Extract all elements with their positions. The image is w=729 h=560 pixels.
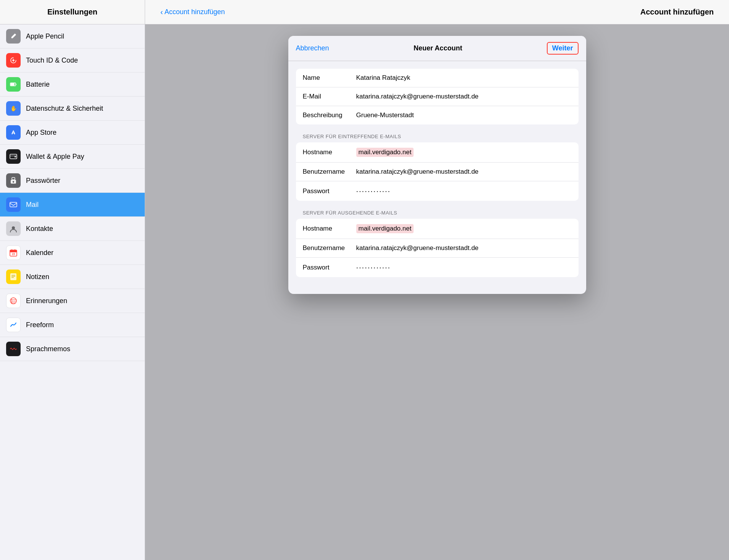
cancel-button[interactable]: Abbrechen (296, 44, 329, 52)
modal-overlay: Abbrechen Neuer Account Weiter Name Kata… (145, 24, 729, 560)
right-pane: Abbrechen Neuer Account Weiter Name Kata… (145, 24, 729, 560)
modal-title: Neuer Account (414, 44, 462, 52)
sidebar-item-label: Erinnerungen (26, 297, 67, 305)
svg-point-32 (11, 302, 13, 303)
sidebar-item-reminders[interactable]: Erinnerungen (0, 289, 145, 313)
calendar-icon: 15 (6, 245, 21, 260)
passwords-icon (6, 173, 21, 188)
svg-rect-13 (15, 156, 16, 158)
nav-right-panel: ‹ Account hinzufügen Account hinzufügen (145, 8, 729, 16)
sidebar-item-battery[interactable]: Batterie (0, 73, 145, 97)
freeform-icon (6, 318, 21, 332)
incoming-section-header: SERVER FÜR EINTREFFENDE E-MAILS (296, 134, 579, 142)
notes-icon (6, 270, 21, 284)
sidebar-item-label: Mail (26, 201, 39, 209)
incoming-hostname-label: Hostname (303, 148, 356, 156)
name-row: Name Katarina Ratajczyk (296, 69, 579, 87)
description-row: Beschreibung Gruene-Musterstadt (296, 106, 579, 124)
description-value: Gruene-Musterstadt (356, 111, 572, 119)
sidebar-item-label: Sprachmemos (26, 345, 70, 353)
modal-body: Name Katarina Ratajczyk E-Mail katarina.… (288, 61, 586, 294)
name-value: Katarina Ratajczyk (356, 74, 572, 82)
sidebar-item-wallet[interactable]: Wallet & Apple Pay (0, 145, 145, 169)
svg-rect-5 (11, 83, 15, 86)
email-row: E-Mail katarina.ratajczyk@gruene-musters… (296, 87, 579, 106)
privacy-icon: ✋ (6, 101, 21, 116)
main-content: Apple Pencil Touch ID & Code (0, 24, 729, 560)
sidebar-item-label: Passwörter (26, 177, 60, 185)
outgoing-username-label: Benutzername (303, 244, 356, 252)
description-label: Beschreibung (303, 111, 356, 119)
back-label: Account hinzufügen (165, 8, 225, 16)
touch-id-icon (6, 53, 21, 68)
outgoing-username-row: Benutzername katarina.ratajczyk@gruene-m… (296, 239, 579, 258)
mail-icon (6, 197, 21, 212)
nav-left-panel: Einstellungen (0, 0, 145, 24)
sidebar-item-contacts[interactable]: Kontakte (0, 217, 145, 241)
back-button[interactable]: ‹ Account hinzufügen (160, 8, 225, 16)
sidebar-item-label: Notizen (26, 273, 49, 281)
email-label: E-Mail (303, 93, 356, 100)
outgoing-password-value: ············ (356, 263, 391, 272)
svg-point-19 (12, 226, 15, 229)
sidebar-item-label: Wallet & Apple Pay (26, 153, 84, 161)
incoming-username-row: Benutzername katarina.ratajczyk@gruene-m… (296, 163, 579, 181)
svg-text:15: 15 (12, 253, 15, 255)
outgoing-hostname-label: Hostname (303, 225, 356, 232)
name-label: Name (303, 74, 356, 82)
sidebar-item-app-store[interactable]: A App Store (0, 121, 145, 145)
incoming-hostname-row: Hostname mail.verdigado.net (296, 142, 579, 163)
sidebar-item-label: Apple Pencil (26, 32, 64, 40)
outgoing-username-value: katarina.ratajczyk@gruene-musterstadt.de (356, 244, 572, 252)
app-store-icon: A (6, 125, 21, 140)
svg-rect-14 (12, 178, 15, 180)
outgoing-password-label: Passwort (303, 264, 356, 271)
sidebar-item-label: Datenschutz & Sicherheit (26, 105, 103, 113)
sidebar-item-notes[interactable]: Notizen (0, 265, 145, 289)
sidebar-item-label: Kontakte (26, 225, 53, 233)
sidebar-item-voice-memos[interactable]: Sprachmemos (0, 337, 145, 361)
sidebar-item-privacy[interactable]: ✋ Datenschutz & Sicherheit (0, 97, 145, 121)
modal-header: Abbrechen Neuer Account Weiter (288, 36, 586, 61)
settings-title: Einstellungen (47, 8, 97, 16)
svg-rect-18 (10, 202, 17, 207)
incoming-hostname-value: mail.verdigado.net (356, 148, 414, 157)
outgoing-section-header: SERVER FÜR AUSGEHENDE E-MAILS (296, 210, 579, 219)
contacts-icon (6, 221, 21, 236)
reminders-icon (6, 294, 21, 308)
back-chevron-icon: ‹ (160, 8, 163, 16)
incoming-password-value: ············ (356, 187, 391, 195)
sidebar-item-label: Kalender (26, 249, 53, 257)
incoming-server-card: Hostname mail.verdigado.net Benutzername… (296, 142, 579, 201)
outgoing-server-card: Hostname mail.verdigado.net Benutzername… (296, 219, 579, 277)
svg-rect-21 (10, 250, 17, 252)
navigation-bar: Einstellungen ‹ Account hinzufügen Accou… (0, 0, 729, 24)
sidebar-item-freeform[interactable]: Freeform (0, 313, 145, 337)
sidebar-item-apple-pencil[interactable]: Apple Pencil (0, 24, 145, 48)
sidebar-item-label: Batterie (26, 81, 50, 89)
svg-rect-17 (13, 182, 14, 183)
outgoing-hostname-row: Hostname mail.verdigado.net (296, 219, 579, 239)
sidebar-item-touch-id[interactable]: Touch ID & Code (0, 48, 145, 73)
svg-text:✋: ✋ (10, 105, 17, 112)
email-value: katarina.ratajczyk@gruene-musterstadt.de (356, 93, 572, 100)
sidebar-item-label: App Store (26, 129, 57, 137)
next-button[interactable]: Weiter (547, 42, 579, 55)
sidebar-item-mail[interactable]: Mail (0, 193, 145, 217)
battery-icon (6, 77, 21, 92)
sidebar-item-calendar[interactable]: 15 Kalender (0, 241, 145, 265)
svg-point-31 (11, 301, 13, 302)
sidebar: Apple Pencil Touch ID & Code (0, 24, 145, 560)
svg-rect-25 (10, 273, 16, 280)
outgoing-password-row: Passwort ············ (296, 258, 579, 277)
incoming-username-label: Benutzername (303, 168, 356, 176)
svg-rect-6 (16, 84, 16, 85)
sidebar-item-passwords[interactable]: Passwörter (0, 169, 145, 193)
new-account-modal: Abbrechen Neuer Account Weiter Name Kata… (288, 36, 586, 294)
wallet-icon (6, 149, 21, 164)
nav-page-title: Account hinzufügen (640, 8, 714, 16)
outgoing-hostname-value: mail.verdigado.net (356, 224, 414, 233)
incoming-password-row: Passwort ············ (296, 181, 579, 201)
svg-point-30 (11, 299, 13, 300)
sidebar-item-label: Touch ID & Code (26, 56, 78, 65)
